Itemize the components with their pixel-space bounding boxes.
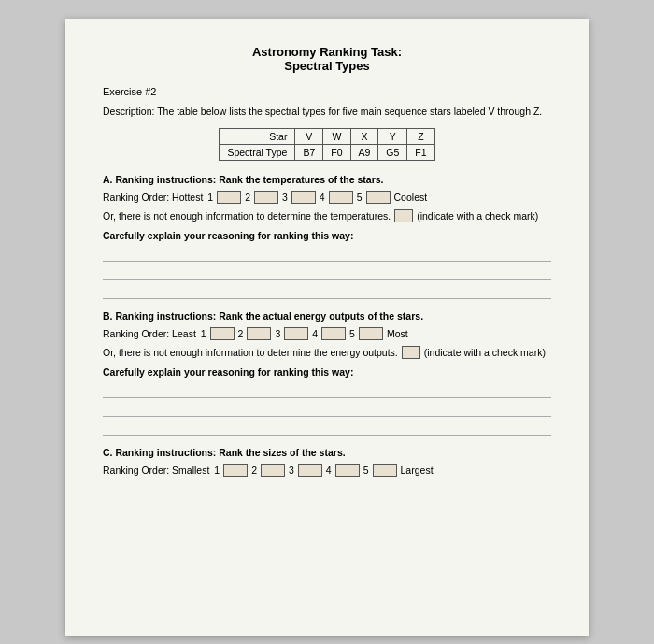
section-a-ranking-label: Ranking Order: Hottest: [103, 192, 203, 203]
section-b-ranking-row: Ranking Order: Least 1 2 3 4 5 Most: [103, 327, 551, 340]
rank-box-b3[interactable]: [284, 327, 308, 340]
section-b-explain-label: Carefully explain your reasoning for ran…: [103, 366, 551, 378]
rank-box-a3[interactable]: [291, 191, 316, 204]
write-line-a3[interactable]: [103, 282, 551, 299]
write-line-a2[interactable]: [103, 264, 551, 280]
rank-box-a2[interactable]: [254, 191, 278, 204]
section-a-title: A. Ranking instructions: Rank the temper…: [103, 174, 551, 185]
rank-box-b4[interactable]: [321, 327, 346, 340]
section-c-end-label: Largest: [401, 465, 434, 476]
table-spectral-y: G5: [378, 144, 407, 160]
title-line2: Spectral Types: [103, 59, 551, 73]
rank-box-a4[interactable]: [329, 191, 353, 204]
rank-box-c5[interactable]: [373, 464, 397, 477]
table-header-z: Z: [407, 128, 434, 144]
section-a-check-box[interactable]: [394, 209, 413, 222]
section-c-ranking-row: Ranking Order: Smallest 1 2 3 4 5 Larges…: [103, 464, 551, 477]
section-b-check-hint: (indicate with a check mark): [424, 347, 546, 358]
section-b-write-lines: [103, 381, 551, 436]
table-header-star: Star: [220, 128, 295, 144]
section-b-or-row: Or, there is not enough information to d…: [103, 346, 551, 359]
rank-box-b1[interactable]: [210, 327, 235, 340]
rank-box-a5[interactable]: [366, 191, 391, 204]
section-a-ranking-row: Ranking Order: Hottest 1 2 3 4 5 Coolest: [103, 191, 551, 204]
table-header-x: X: [350, 128, 378, 144]
section-a-or-row: Or, there is not enough information to d…: [103, 209, 551, 222]
exercise-label: Exercise #2: [103, 86, 551, 97]
section-a-end-label: Coolest: [394, 192, 428, 203]
write-line-b2[interactable]: [103, 400, 551, 417]
table-header-v: V: [295, 128, 323, 144]
table-spectral-w: F0: [323, 144, 350, 160]
table-spectral-label: Spectral Type: [220, 144, 295, 160]
title-block: Astronomy Ranking Task: Spectral Types: [103, 45, 551, 73]
section-a-write-lines: [103, 245, 551, 299]
star-table: Star V W X Y Z Spectral Type B7 F0 A9 G5…: [219, 128, 434, 161]
page: Astronomy Ranking Task: Spectral Types E…: [65, 19, 589, 636]
write-line-b3[interactable]: [103, 419, 551, 436]
write-line-a1[interactable]: [103, 245, 551, 262]
section-c-title: C. Ranking instructions: Rank the sizes …: [103, 447, 551, 458]
table-header-y: Y: [378, 128, 407, 144]
write-line-b1[interactable]: [103, 381, 551, 398]
table-spectral-v: B7: [295, 144, 323, 160]
table-spectral-x: A9: [350, 144, 378, 160]
section-a-check-hint: (indicate with a check mark): [417, 210, 538, 222]
table-spectral-z: F1: [407, 144, 434, 160]
section-b-check-box[interactable]: [402, 346, 420, 359]
rank-box-a1[interactable]: [217, 191, 241, 204]
section-a-or-text: Or, there is not enough information to d…: [103, 210, 391, 222]
table-header-w: W: [323, 128, 350, 144]
rank-box-c3[interactable]: [298, 464, 322, 477]
rank-box-c2[interactable]: [261, 464, 285, 477]
section-b-or-text: Or, there is not enough information to d…: [103, 347, 398, 358]
rank-box-c4[interactable]: [335, 464, 360, 477]
description: Description: The table below lists the s…: [103, 105, 551, 119]
section-a-explain-label: Carefully explain your reasoning for ran…: [103, 230, 551, 241]
section-c-ranking-label: Ranking Order: Smallest: [103, 465, 209, 476]
title-line1: Astronomy Ranking Task:: [103, 45, 551, 59]
section-b-end-label: Most: [387, 328, 408, 339]
rank-box-b2[interactable]: [247, 327, 271, 340]
rank-box-b5[interactable]: [359, 327, 383, 340]
rank-box-c1[interactable]: [223, 464, 248, 477]
section-b-ranking-label: Ranking Order: Least: [103, 328, 196, 339]
section-b-title: B. Ranking instructions: Rank the actual…: [103, 310, 551, 322]
